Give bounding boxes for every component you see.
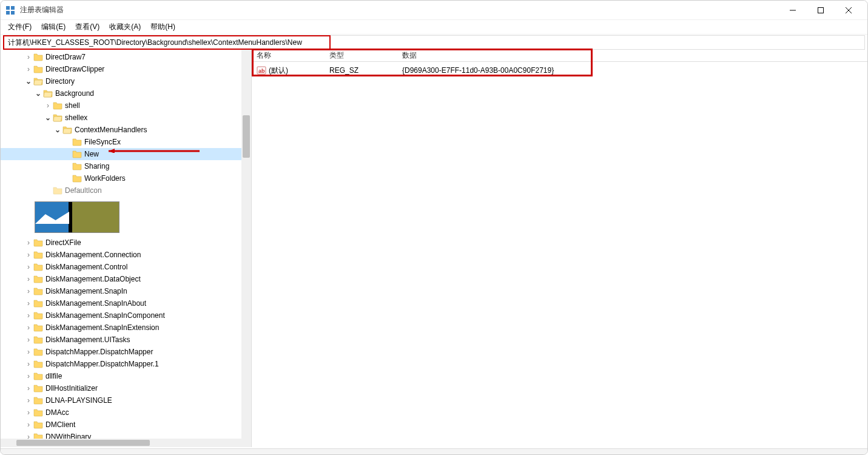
tree-item[interactable]: ›DispatchMapper.DispatchMapper.1 (1, 358, 241, 370)
chevron-down-icon[interactable]: ⌄ (25, 78, 32, 85)
tree-scroll: ›DirectDraw7›DirectDrawClipper⌄Directory… (1, 50, 241, 447)
window-title: 注册表编辑器 (20, 5, 779, 15)
tree-item[interactable]: ⌄Directory (1, 75, 241, 87)
chevron-right-icon[interactable]: › (25, 66, 32, 73)
tree-item[interactable]: ›dllfile (1, 370, 241, 382)
tree-item[interactable]: WorkFolders (1, 172, 241, 184)
tree-item[interactable]: ›DispatchMapper.DispatchMapper (1, 346, 241, 358)
chevron-right-icon[interactable]: › (25, 348, 32, 356)
chevron-down-icon[interactable]: ⌄ (54, 126, 61, 133)
embedded-image-placeholder (35, 201, 119, 233)
menu-file[interactable]: 文件(F) (3, 21, 36, 33)
expander-spacer (44, 187, 52, 194)
tree-item-label: DispatchMapper.DispatchMapper.1 (45, 360, 159, 368)
tree-item-label: DiskManagement.SnapInAbout (45, 299, 146, 308)
chevron-right-icon[interactable]: › (25, 251, 32, 258)
tree-item[interactable]: ›DllHostInitializer (1, 382, 241, 394)
chevron-right-icon[interactable]: › (25, 300, 32, 307)
tree-item-label: shellex (65, 113, 87, 122)
minimize-button[interactable] (779, 1, 807, 20)
tree-item[interactable]: New (1, 148, 241, 160)
chevron-right-icon[interactable]: › (25, 324, 32, 331)
chevron-right-icon[interactable]: › (25, 312, 32, 319)
chevron-right-icon[interactable]: › (44, 102, 52, 109)
scrollbar-thumb[interactable] (243, 115, 250, 158)
tree-item[interactable]: ›DiskManagement.Connection (1, 249, 241, 261)
tree-item-label: FileSyncEx (84, 138, 121, 146)
tree-horizontal-scrollbar[interactable] (1, 439, 241, 447)
column-data[interactable]: 数据 (397, 50, 867, 61)
tree-item-label: DiskManagement.SnapInComponent (45, 311, 165, 320)
tree-item[interactable]: ›DiskManagement.SnapIn (1, 285, 241, 297)
address-bar-extension[interactable] (331, 35, 865, 50)
tree-item-label: DllHostInitializer (45, 384, 98, 393)
tree-item[interactable]: ›DMClient (1, 419, 241, 431)
folder-icon (33, 420, 43, 430)
chevron-right-icon[interactable]: › (25, 421, 32, 428)
address-bar[interactable]: 计算机\HKEY_CLASSES_ROOT\Directory\Backgrou… (3, 35, 331, 50)
chevron-right-icon[interactable]: › (25, 53, 32, 61)
expander-spacer (64, 163, 71, 170)
tree-item-label: DiskManagement.SnapInExtension (45, 323, 159, 332)
folder-icon (33, 408, 43, 417)
chevron-right-icon[interactable]: › (25, 275, 32, 283)
menubar: 文件(F) 编辑(E) 查看(V) 收藏夹(A) 帮助(H) (1, 20, 867, 35)
folder-icon (33, 383, 43, 393)
tree-item[interactable]: DefaultIcon (1, 184, 241, 197)
folder-icon (33, 274, 43, 284)
folder-icon (33, 323, 43, 332)
tree-item[interactable]: ›DiskManagement.SnapInComponent (1, 309, 241, 322)
chevron-down-icon[interactable]: ⌄ (44, 114, 52, 121)
chevron-right-icon[interactable]: › (25, 372, 32, 380)
chevron-right-icon[interactable]: › (25, 288, 32, 295)
chevron-right-icon[interactable]: › (25, 409, 32, 416)
tree-item[interactable]: ›DiskManagement.DataObject (1, 273, 241, 285)
column-type[interactable]: 类型 (325, 50, 397, 61)
tree-item[interactable]: ⌄shellex (1, 112, 241, 124)
folder-icon (33, 396, 43, 405)
chevron-right-icon[interactable]: › (25, 397, 32, 404)
tree-item[interactable]: ›DiskManagement.UITasks (1, 334, 241, 346)
tree-item[interactable]: ›DiskManagement.SnapInExtension (1, 322, 241, 334)
value-name: (默认) (269, 66, 288, 76)
maximize-button[interactable] (807, 1, 835, 20)
menu-view[interactable]: 查看(V) (70, 21, 104, 33)
tree-item[interactable]: FileSyncEx (1, 136, 241, 148)
chevron-right-icon[interactable]: › (25, 385, 32, 392)
tree-item-label: DMAcc (45, 408, 69, 417)
svg-text:ab: ab (258, 68, 265, 74)
statusbar (1, 448, 867, 454)
tree-item[interactable]: ⌄ContextMenuHandlers (1, 124, 241, 136)
tree-item-label: DiskManagement.Control (45, 263, 127, 271)
menu-favorites[interactable]: 收藏夹(A) (104, 21, 146, 33)
tree-item[interactable]: ⌄Background (1, 87, 241, 99)
column-name[interactable]: 名称 (252, 50, 325, 61)
menu-edit[interactable]: 编辑(E) (36, 21, 70, 33)
chevron-right-icon[interactable]: › (25, 263, 32, 271)
folder-icon (72, 161, 82, 171)
value-type: REG_SZ (325, 66, 397, 75)
menu-help[interactable]: 帮助(H) (146, 21, 180, 33)
tree-vertical-scrollbar[interactable] (241, 50, 251, 447)
scrollbar-thumb[interactable] (16, 440, 150, 446)
tree-item[interactable]: ›DirectDraw7 (1, 51, 241, 63)
chevron-right-icon[interactable]: › (25, 336, 32, 343)
tree-item[interactable]: ›DirectXFile (1, 237, 241, 249)
tree-item[interactable]: ›shell (1, 99, 241, 112)
chevron-down-icon[interactable]: ⌄ (35, 90, 42, 97)
chevron-right-icon[interactable]: › (25, 239, 32, 246)
tree-item[interactable]: Sharing (1, 160, 241, 172)
tree-item-label: DLNA-PLAYSINGLE (45, 396, 112, 405)
columns-header: 名称 类型 数据 (252, 50, 867, 62)
folder-icon (33, 359, 43, 369)
value-row[interactable]: ab (默认) REG_SZ {D969A300-E7FF-11d0-A93B-… (252, 64, 867, 76)
tree-item[interactable]: ›DiskManagement.Control (1, 261, 241, 273)
tree-item[interactable]: ›DMAcc (1, 406, 241, 419)
tree-item[interactable]: ›DirectDrawClipper (1, 63, 241, 75)
close-button[interactable] (835, 1, 863, 20)
tree-item[interactable]: ›DLNA-PLAYSINGLE (1, 394, 241, 406)
folder-icon (53, 113, 62, 123)
tree-item[interactable]: ›DiskManagement.SnapInAbout (1, 297, 241, 309)
tree-item-label: DMClient (45, 420, 75, 429)
chevron-right-icon[interactable]: › (25, 360, 32, 368)
